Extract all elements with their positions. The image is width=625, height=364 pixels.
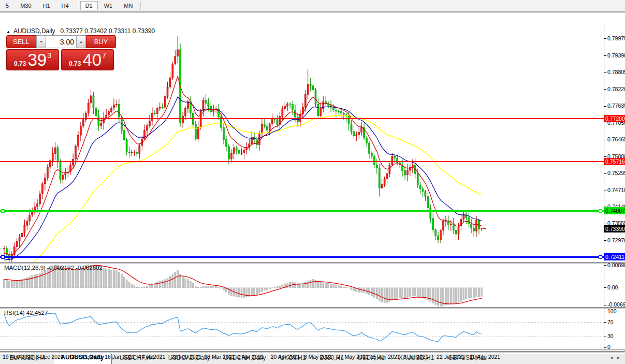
macd-bar — [412, 288, 413, 296]
candle — [134, 152, 135, 153]
macd-bar — [373, 288, 375, 298]
macd-bar — [169, 276, 171, 288]
timeframe-button-h1[interactable]: H1 — [38, 1, 55, 10]
macd-bar — [185, 279, 186, 288]
macd-bar — [468, 288, 470, 298]
macd-bar — [333, 284, 335, 287]
price-axis-label: 0.74710 — [607, 187, 625, 193]
sell-button[interactable]: SELL — [6, 35, 36, 48]
macd-bar — [256, 288, 258, 295]
hline-handle[interactable] — [1, 209, 5, 213]
one-click-trading-panel: SELL ▼ ▲ BUY 0.73393 0.73407 — [6, 35, 116, 70]
candle — [228, 147, 229, 159]
rsi-axis-label: 0 — [607, 344, 611, 350]
price-level-badge: 0.77200 — [604, 115, 625, 122]
macd-bar — [115, 271, 117, 288]
macd-bar — [402, 288, 403, 298]
rsi-axis-label: 70 — [607, 319, 614, 325]
macd-bar — [238, 288, 240, 297]
macd-bar — [307, 281, 309, 288]
macd-bar — [147, 286, 148, 288]
rsi-axis-tick — [604, 312, 606, 312]
macd-bar — [323, 283, 324, 288]
macd-bar — [13, 281, 15, 288]
candle — [312, 85, 314, 90]
candle — [44, 178, 46, 184]
macd-bar — [172, 274, 173, 288]
tab-scroll-right-icon[interactable]: ▸ — [617, 354, 620, 361]
candle — [118, 105, 120, 118]
volume-input[interactable] — [46, 35, 76, 48]
tab-scroll-left-icon[interactable]: ◂ — [610, 354, 613, 361]
timeframe-button-w1[interactable]: W1 — [99, 1, 118, 10]
macd-bar — [422, 288, 424, 298]
sell-quote[interactable]: 0.73393 — [6, 49, 59, 70]
macd-bar — [208, 286, 209, 287]
candle — [458, 226, 459, 234]
timeframe-button-mn[interactable]: MN — [119, 1, 138, 10]
macd-bar — [67, 270, 69, 288]
candle — [282, 109, 283, 116]
candle — [266, 126, 268, 130]
volume-increase-button[interactable]: ▲ — [76, 35, 86, 48]
buy-quote[interactable]: 0.73407 — [61, 49, 114, 70]
macd-bar — [481, 288, 482, 297]
candle — [185, 108, 186, 116]
volume-decrease-button[interactable]: ▼ — [36, 35, 46, 48]
candle — [343, 113, 344, 115]
candle — [361, 127, 362, 133]
timeframe-button-m30[interactable]: M30 — [15, 1, 36, 10]
rsi-pane-svg[interactable] — [0, 309, 604, 351]
macd-bar — [391, 288, 393, 300]
timeframe-button-h4[interactable]: H4 — [56, 1, 74, 10]
price-axis-tick — [604, 72, 606, 73]
hline-handle[interactable] — [599, 209, 602, 213]
macd-bar — [72, 270, 74, 288]
macd-bar — [266, 288, 268, 290]
hline-handle[interactable] — [599, 255, 602, 259]
hline-0.74007[interactable] — [0, 210, 604, 212]
buy-button[interactable]: BUY — [86, 35, 116, 48]
hline-0.77200[interactable] — [0, 118, 604, 119]
candle — [156, 108, 158, 114]
candle — [466, 214, 467, 217]
hline-handle[interactable] — [1, 255, 5, 259]
macd-bar — [394, 288, 396, 299]
macd-bar — [139, 287, 140, 288]
macd-bar — [213, 286, 214, 288]
macd-bar — [159, 281, 161, 288]
price-axis-line — [604, 25, 604, 352]
macd-bar — [118, 272, 120, 288]
candle — [427, 197, 429, 208]
macd-bar — [295, 283, 296, 288]
macd-bar — [149, 285, 151, 288]
chart-area[interactable]: ▲AUDUSD,Daily0.73377 0.73402 0.73311 0.7… — [0, 12, 625, 349]
timeframe-button-5[interactable]: 5 — [1, 1, 14, 10]
candle — [65, 173, 66, 175]
candle — [149, 121, 151, 126]
candle — [438, 236, 439, 240]
candle — [139, 145, 140, 153]
collapse-arrow-icon[interactable]: ▲ — [6, 30, 10, 34]
macd-bar — [177, 270, 179, 288]
macd-bar — [406, 288, 408, 298]
macd-bar — [156, 282, 158, 287]
candle — [100, 123, 102, 126]
trade-buttons-row: SELL ▼ ▲ BUY — [6, 35, 116, 48]
candle — [72, 159, 74, 165]
macd-bar — [264, 288, 265, 290]
macd-bar — [210, 286, 212, 288]
hline-0.75716[interactable] — [0, 161, 604, 162]
macd-bar — [386, 288, 388, 303]
pane-splitter[interactable] — [0, 307, 625, 310]
macd-bar — [111, 270, 112, 288]
candle — [264, 125, 265, 127]
hline-0.72411[interactable] — [0, 256, 604, 258]
timeframe-button-d1[interactable]: D1 — [80, 1, 98, 10]
candle — [373, 156, 375, 165]
rsi-axis-label: 100 — [607, 308, 617, 314]
macd-bar — [345, 287, 347, 288]
macd-bar — [108, 269, 110, 288]
candle — [98, 116, 99, 126]
macd-bar — [6, 280, 7, 288]
